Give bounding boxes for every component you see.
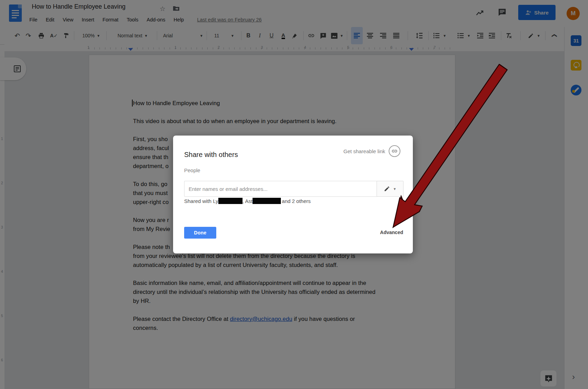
- permission-dropdown-button[interactable]: ▼: [377, 181, 404, 197]
- redacted-name-2: [253, 198, 281, 204]
- get-link-icon[interactable]: [389, 145, 400, 157]
- advanced-link[interactable]: Advanced: [380, 230, 403, 235]
- share-dialog: Share with others Get shareable link Peo…: [173, 136, 413, 253]
- google-docs-app: How to Handle Employee Leaving ☆ File Ed…: [0, 0, 588, 389]
- get-shareable-link-label[interactable]: Get shareable link: [343, 148, 385, 154]
- share-dialog-title: Share with others: [184, 151, 238, 159]
- people-label: People: [184, 167, 200, 173]
- redacted-name-1: [218, 198, 243, 204]
- permission-caret: ▼: [393, 187, 397, 191]
- share-people-input[interactable]: [184, 181, 378, 197]
- done-button[interactable]: Done: [184, 227, 216, 239]
- edit-pencil-icon: [384, 186, 390, 192]
- shared-with-status: Shared with Ly , Ast and 2 others: [184, 198, 311, 204]
